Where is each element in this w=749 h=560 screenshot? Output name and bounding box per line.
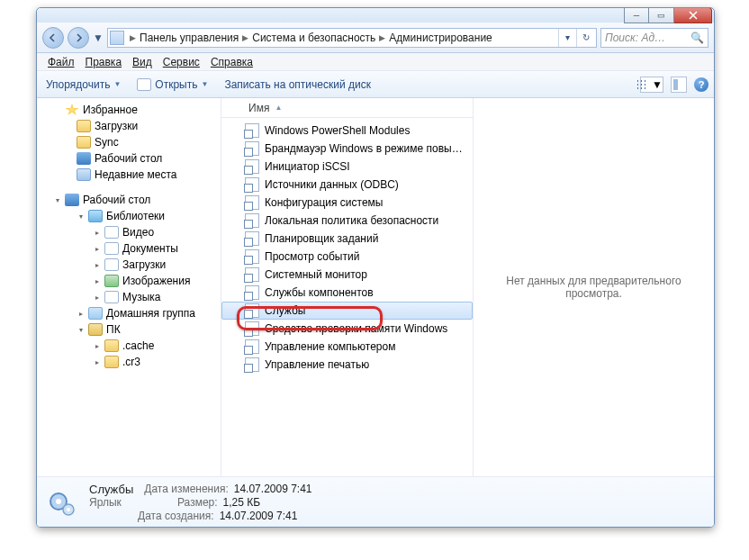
column-header-name[interactable]: Имя▲ (221, 98, 473, 118)
tree-item[interactable]: Музыка (122, 291, 160, 303)
tree-item[interactable]: Видео (122, 226, 154, 239)
file-name: Брандмауэр Windows в режиме повы… (265, 142, 463, 155)
navigation-tree[interactable]: Избранное Загрузки Sync Рабочий стол Нед… (37, 98, 221, 476)
nav-bar: ▼ ▶ Панель управления ▶ Система и безопа… (37, 23, 714, 53)
menu-help[interactable]: Справка (205, 54, 258, 70)
tree-favorites[interactable]: Избранное (83, 104, 138, 116)
titlebar[interactable]: ─ ▭ (37, 8, 714, 23)
expand-toggle[interactable]: ▸ (93, 245, 101, 253)
file-list-item[interactable]: Брандмауэр Windows в режиме повы… (221, 140, 473, 158)
menu-file[interactable]: Файл (42, 54, 80, 70)
nav-history-dropdown[interactable]: ▼ (93, 27, 104, 49)
details-name: Службы (89, 483, 133, 496)
music-icon (104, 291, 119, 303)
expand-toggle[interactable]: ▾ (77, 212, 85, 221)
expand-toggle[interactable]: ▸ (93, 294, 101, 302)
tree-item[interactable]: Недавние места (95, 168, 176, 181)
tree-desktop[interactable]: Рабочий стол (83, 194, 150, 206)
file-list-item[interactable]: Конфигурация системы (221, 194, 473, 212)
file-name: Службы (265, 304, 305, 317)
tree-libraries[interactable]: Библиотеки (106, 210, 165, 222)
shortcut-icon (245, 321, 259, 336)
menu-tools[interactable]: Сервис (158, 54, 205, 70)
file-list-item[interactable]: Управление компьютером (221, 338, 473, 356)
expand-toggle[interactable]: ▸ (93, 229, 101, 237)
file-list-item[interactable]: Просмотр событий (221, 248, 473, 266)
file-list-item[interactable]: Управление печатью (221, 356, 473, 374)
shortcut-icon (245, 249, 259, 264)
libraries-icon (88, 210, 103, 222)
menu-view[interactable]: Вид (127, 54, 158, 70)
breadcrumb-dropdown[interactable]: ▾ (558, 29, 576, 47)
organize-button[interactable]: Упорядочить▼ (42, 75, 124, 95)
gears-icon (46, 487, 78, 519)
file-name: Управление печатью (265, 358, 369, 371)
file-list-item[interactable]: Инициатор iSCSI (221, 158, 473, 176)
breadcrumb-item[interactable]: Система и безопасность (250, 30, 377, 46)
file-list-item[interactable]: Средство проверки памяти Windows (221, 320, 473, 338)
view-options-button[interactable]: ▼ (640, 77, 663, 93)
details-pane: Службы Дата изменения: 14.07.2009 7:41 Я… (37, 476, 714, 528)
expand-toggle[interactable]: ▾ (53, 196, 61, 204)
file-list-item[interactable]: Источники данных (ODBC) (221, 176, 473, 194)
tree-item[interactable]: .cr3 (122, 356, 140, 368)
expand-toggle[interactable]: ▸ (77, 310, 85, 318)
expand-toggle[interactable]: ▸ (93, 277, 101, 285)
tree-item[interactable]: Sync (95, 136, 119, 149)
images-icon (104, 275, 119, 287)
shortcut-icon (245, 267, 259, 282)
tree-item[interactable]: Изображения (122, 275, 190, 287)
tree-pc[interactable]: ПК (106, 323, 121, 336)
expand-toggle[interactable]: ▸ (93, 342, 101, 350)
shortcut-icon (245, 339, 259, 354)
file-name: Средство проверки памяти Windows (265, 322, 447, 335)
tree-item[interactable]: Загрузки (122, 258, 166, 271)
preview-pane-button[interactable] (671, 77, 687, 93)
file-list[interactable]: Имя▲ Windows PowerShell ModulesБрандмауэ… (221, 98, 474, 476)
search-input[interactable]: Поиск: Ад… 🔍 (600, 28, 708, 48)
file-list-item[interactable]: Системный монитор (221, 266, 473, 284)
back-button[interactable] (42, 27, 64, 49)
file-list-item[interactable]: Службы (221, 302, 473, 320)
refresh-button[interactable]: ↻ (576, 29, 594, 47)
open-button[interactable]: Открыть▼ (133, 75, 212, 95)
file-list-item[interactable]: Windows PowerShell Modules (221, 122, 473, 140)
command-bar: Упорядочить▼ Открыть▼ Записать на оптиче… (37, 71, 714, 98)
breadcrumb-item[interactable]: Панель управления (138, 30, 240, 46)
tree-homegroup[interactable]: Домашняя группа (106, 307, 195, 320)
folder-icon (77, 136, 91, 149)
menu-edit[interactable]: Правка (80, 54, 128, 70)
breadcrumb-item[interactable]: Администрирование (387, 30, 493, 46)
tree-item[interactable]: Загрузки (95, 120, 138, 132)
file-name: Системный монитор (265, 268, 367, 281)
expand-toggle[interactable]: ▸ (93, 261, 101, 269)
chevron-right-icon[interactable]: ▶ (240, 33, 250, 42)
expand-toggle[interactable] (53, 106, 61, 114)
expand-toggle[interactable]: ▾ (77, 326, 85, 334)
details-created: 14.07.2009 7:41 (220, 510, 298, 523)
svg-point-1 (56, 499, 61, 504)
explorer-window: ─ ▭ ▼ ▶ Панель управления ▶ Система и бе… (36, 7, 715, 528)
chevron-right-icon[interactable]: ▶ (128, 33, 138, 42)
maximize-button[interactable]: ▭ (649, 7, 674, 23)
burn-button[interactable]: Записать на оптический диск (221, 75, 374, 95)
chevron-right-icon[interactable]: ▶ (377, 33, 387, 42)
tree-item[interactable]: .cache (122, 339, 154, 352)
content-area: Избранное Загрузки Sync Рабочий стол Нед… (37, 98, 714, 476)
file-list-item[interactable]: Службы компонентов (221, 284, 473, 302)
forward-button[interactable] (68, 27, 89, 49)
file-name: Конфигурация системы (265, 196, 383, 209)
breadcrumb[interactable]: ▶ Панель управления ▶ Система и безопасн… (107, 28, 597, 48)
file-list-item[interactable]: Планировщик заданий (221, 230, 473, 248)
search-icon[interactable]: 🔍 (690, 32, 704, 44)
tree-item[interactable]: Рабочий стол (95, 152, 162, 165)
tree-item[interactable]: Документы (122, 242, 178, 255)
places-icon (77, 168, 91, 181)
help-icon[interactable]: ? (694, 77, 708, 92)
minimize-button[interactable]: ─ (624, 7, 649, 23)
file-list-item[interactable]: Локальная политика безопасности (221, 212, 473, 230)
expand-toggle[interactable]: ▸ (93, 358, 101, 366)
file-name: Локальная политика безопасности (265, 214, 438, 227)
close-button[interactable] (674, 7, 712, 23)
details-size-label: Размер: (177, 496, 218, 510)
